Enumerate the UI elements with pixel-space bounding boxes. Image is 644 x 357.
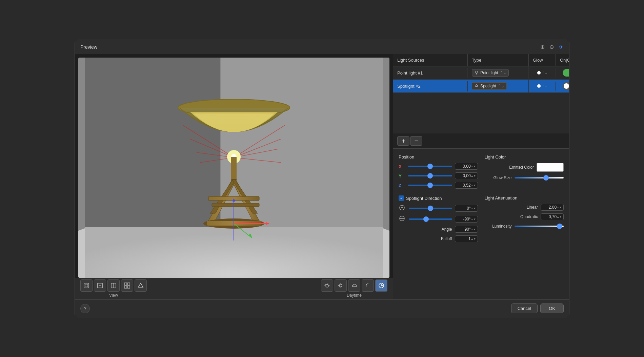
spotlight-direction-section: ✓ Spotlight Direction (399, 195, 478, 245)
linear-spinner[interactable]: ▲▼ (557, 206, 562, 209)
main-content: View (75, 54, 569, 299)
quadratic-spinner[interactable]: ▲▼ (557, 215, 562, 218)
light-glow-2[interactable]: ⌃⌄ (529, 82, 556, 91)
linear-label: Linear (511, 205, 538, 210)
x-slider[interactable] (408, 163, 452, 170)
view-btn-2[interactable] (94, 279, 106, 292)
luminosity-slider[interactable] (515, 223, 564, 230)
light-glow-1[interactable]: ⌃⌄ (529, 68, 556, 78)
cursor-icon[interactable]: ✈ (559, 43, 564, 51)
z-slider[interactable] (408, 182, 452, 189)
ok-button[interactable]: OK (540, 303, 564, 313)
direction-value-2: -90° (457, 217, 471, 222)
direction-spinner-2[interactable]: ▲▼ (471, 218, 476, 221)
daytime-btn-sun[interactable] (335, 279, 347, 292)
z-spinner[interactable]: ▲▼ (471, 184, 476, 187)
view-btn-3[interactable] (107, 279, 120, 292)
falloff-spinner[interactable]: ▲▼ (471, 237, 476, 240)
preview-viewport (78, 58, 389, 278)
cancel-button[interactable]: Cancel (511, 303, 538, 313)
direction-slider-1[interactable] (409, 205, 452, 212)
svg-rect-29 (84, 283, 89, 288)
help-button[interactable]: ? (80, 304, 90, 313)
light-toggle-2[interactable] (556, 80, 569, 92)
linear-value-box[interactable]: 2,00 ▲▼ (541, 204, 564, 211)
title-bar-icons: ⊕ ⊖ ✈ (540, 43, 564, 51)
light-row-2[interactable]: Spotlight #2 Spotlight ⌃⌄ ⌃⌄ (393, 80, 569, 93)
z-thumb[interactable] (427, 183, 433, 188)
zoom-out-icon[interactable]: ⊖ (549, 44, 554, 50)
light-type-select-1[interactable]: Point light ⌃⌄ (472, 69, 509, 77)
toggle-on-1[interactable] (563, 69, 569, 77)
light-row-1[interactable]: Point light #1 Point light ⌃⌄ ⌃⌄ (393, 66, 569, 80)
app-window: Preview ⊕ ⊖ ✈ (75, 40, 569, 317)
view-group: View (80, 279, 147, 298)
light-type-select-2[interactable]: Spotlight ⌃⌄ (472, 82, 507, 90)
light-attenuation-section: Light Attenuation Linear 2,00 ▲▼ Quadrat… (485, 195, 564, 245)
glow-dot-2 (537, 84, 541, 88)
light-toggle-1[interactable] (556, 66, 569, 79)
direction-thumb-1[interactable] (428, 206, 433, 211)
angle-value-box[interactable]: 90° ▲▼ (455, 226, 478, 233)
angle-spinner[interactable]: ▲▼ (471, 228, 476, 231)
direction-spinner-1[interactable]: ▲▼ (471, 207, 476, 210)
light-color-title: Light Color (485, 154, 564, 160)
position-y-row: Y 0,00 ▲▼ (399, 172, 478, 179)
glow-size-slider[interactable] (515, 174, 564, 181)
svg-line-44 (325, 284, 326, 285)
emitted-color-label: Emitted Color (507, 165, 534, 170)
z-value-box[interactable]: 0,52 ▲▼ (455, 182, 478, 189)
light-type-1[interactable]: Point light ⌃⌄ (468, 66, 529, 79)
col-header-onoff: On|Off (556, 54, 569, 66)
x-value-box[interactable]: 0,00 ▲▼ (455, 163, 478, 170)
spotlight-direction-title: Spotlight Direction (406, 196, 442, 201)
right-panel: Light Sources Type Glow On|Off Point lig… (393, 54, 569, 299)
table-actions: + − (393, 133, 569, 149)
daytime-btn-sunrise[interactable] (321, 279, 333, 292)
svg-point-40 (326, 285, 328, 287)
zoom-in-icon[interactable]: ⊕ (540, 44, 545, 50)
light-type-2[interactable]: Spotlight ⌃⌄ (468, 80, 529, 92)
x-thumb[interactable] (427, 164, 433, 169)
svg-rect-20 (212, 203, 259, 207)
type-chevron-2: ⌃⌄ (498, 84, 504, 88)
daytime-btn-clock[interactable] (375, 279, 387, 292)
daytime-btn-night[interactable] (362, 279, 374, 292)
settings-area: Position X 0,00 ▲▼ (393, 149, 569, 299)
view-btn-5[interactable] (135, 279, 147, 292)
direction-thumb-2[interactable] (423, 216, 429, 222)
preview-toolbar: View (75, 278, 393, 299)
scene-svg (78, 58, 389, 278)
view-btn-4[interactable] (121, 279, 133, 292)
y-slider[interactable] (408, 172, 452, 179)
y-spinner[interactable]: ▲▼ (471, 174, 476, 177)
y-value-box[interactable]: 0,00 ▲▼ (455, 172, 478, 179)
emitted-color-swatch[interactable] (537, 163, 564, 172)
view-btn-1[interactable] (80, 279, 93, 292)
z-value: 0,52 (457, 183, 471, 188)
toggle-off-2[interactable] (563, 82, 569, 90)
daytime-group: Daytime (321, 279, 387, 298)
svg-rect-30 (85, 284, 88, 287)
preview-title: Preview (80, 44, 540, 50)
type-chevron-1: ⌃⌄ (500, 70, 506, 75)
falloff-value-box[interactable]: 1 ▲▼ (455, 235, 478, 242)
linear-row: Linear 2,00 ▲▼ (485, 204, 564, 211)
luminosity-thumb[interactable] (557, 224, 562, 229)
direction-value-box-2[interactable]: -90° ▲▼ (455, 216, 478, 223)
svg-rect-37 (124, 286, 127, 288)
direction-value-box-1[interactable]: 0° ▲▼ (455, 205, 478, 212)
add-light-button[interactable]: + (397, 136, 409, 146)
x-label: X (399, 164, 405, 169)
quadratic-value-box[interactable]: 0,70 ▲▼ (541, 213, 564, 220)
x-spinner[interactable]: ▲▼ (471, 165, 476, 168)
daytime-btn-cloudy[interactable] (348, 279, 360, 292)
linear-value: 2,00 (542, 205, 557, 210)
falloff-value: 1 (457, 236, 471, 241)
position-title: Position (399, 154, 478, 160)
spotlight-direction-checkbox[interactable]: ✓ (399, 195, 404, 201)
angle-row: Angle 90° ▲▼ (399, 226, 478, 233)
y-thumb[interactable] (427, 173, 433, 178)
remove-light-button[interactable]: − (410, 136, 422, 146)
direction-slider-2[interactable] (409, 216, 452, 223)
